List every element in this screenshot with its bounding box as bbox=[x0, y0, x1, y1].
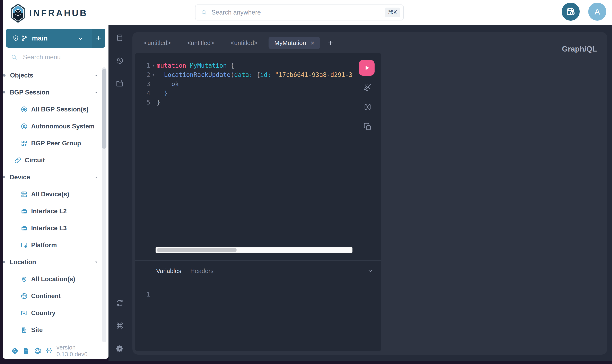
sidebar-item-label: Site bbox=[31, 326, 43, 334]
docs-icon bbox=[115, 34, 124, 42]
circuit-icon bbox=[14, 157, 22, 164]
branch-selector[interactable]: main + bbox=[6, 29, 105, 48]
editor-horizontal-scrollbar-thumb[interactable] bbox=[157, 248, 237, 252]
sidebar-item-bgp-peer-group[interactable]: BGP Peer Group bbox=[3, 135, 109, 152]
sidebar-item-autonomous-system[interactable]: Autonomous System bbox=[3, 118, 109, 135]
app-root: INFRAHUB main + Search menu ObjectsBGP S… bbox=[0, 0, 612, 364]
settings-button[interactable] bbox=[114, 343, 125, 354]
add-tab-button[interactable]: + bbox=[328, 39, 333, 47]
sidebar-item-all-bgp-session-s[interactable]: All BGP Session(s) bbox=[3, 101, 109, 118]
code-text: LocationRackUpdate(data: {id: "17cb6641-… bbox=[157, 70, 353, 79]
braces-icon[interactable] bbox=[45, 347, 53, 355]
sidebar-item-interface-l3[interactable]: Interface L3 bbox=[3, 220, 109, 237]
sidebar-item-label: BGP Session bbox=[10, 89, 49, 96]
sidebar-item-platform[interactable]: Platform bbox=[3, 237, 109, 254]
sidebar-item-device[interactable]: Device bbox=[3, 169, 109, 186]
sidebar-item-label: Continent bbox=[31, 292, 61, 300]
code-text: ok bbox=[157, 79, 179, 89]
branch-name: main bbox=[32, 34, 48, 42]
sidebar-item-all-location-s[interactable]: All Location(s) bbox=[3, 271, 109, 287]
sidebar-item-site[interactable]: Site bbox=[3, 322, 109, 338]
menu-search-input[interactable]: Search menu bbox=[3, 48, 109, 67]
sidebar-item-country[interactable]: Country bbox=[3, 304, 109, 322]
gear-icon bbox=[115, 344, 124, 353]
merge-icon bbox=[363, 102, 372, 112]
folder-plus-icon bbox=[115, 79, 124, 88]
calendar-button[interactable] bbox=[562, 3, 580, 21]
prettify-icon bbox=[363, 83, 372, 92]
graphiql-panel: <untitled><untitled><untitled>MyMutation… bbox=[132, 32, 607, 355]
docs-button[interactable] bbox=[114, 32, 125, 44]
variables-line-number: 1 bbox=[135, 291, 150, 298]
code-text: } bbox=[157, 89, 168, 98]
menu-search-placeholder: Search menu bbox=[23, 53, 61, 61]
sidebar-item-label: Platform bbox=[31, 242, 57, 249]
avatar-initial: A bbox=[595, 7, 600, 16]
add-branch-button[interactable]: + bbox=[92, 29, 105, 48]
code-line: 3 ok bbox=[135, 79, 356, 89]
interface-icon bbox=[20, 224, 28, 232]
code-text: } bbox=[157, 98, 160, 107]
graphiql-logo: GraphiQL bbox=[562, 45, 597, 53]
sidebar-item-all-device-s[interactable]: All Device(s) bbox=[3, 186, 109, 203]
sidebar-item-circuit[interactable]: Circuit bbox=[3, 152, 109, 169]
search-icon bbox=[11, 54, 18, 61]
shield-icon bbox=[12, 35, 19, 42]
bullet-icon bbox=[3, 176, 5, 178]
sidebar-item-bgp-session[interactable]: BGP Session bbox=[3, 84, 109, 101]
editor-horizontal-scrollbar[interactable] bbox=[156, 247, 353, 253]
device-icon bbox=[20, 191, 28, 198]
graphql-icon[interactable] bbox=[34, 347, 42, 355]
avatar[interactable]: A bbox=[588, 3, 606, 21]
sidebar-item-label: Interface L3 bbox=[31, 224, 67, 232]
collections-button[interactable] bbox=[114, 78, 125, 89]
sidebar-item-continent[interactable]: Continent bbox=[3, 287, 109, 304]
fold-caret-icon[interactable]: ▾ bbox=[150, 61, 157, 70]
calendar-clock-icon bbox=[566, 7, 576, 17]
fold-gutter bbox=[150, 89, 157, 98]
sidebar: INFRAHUB main + Search menu ObjectsBGP S… bbox=[3, 0, 109, 359]
merge-fragments-button[interactable] bbox=[362, 101, 373, 113]
history-button[interactable] bbox=[114, 55, 125, 66]
tab-variables[interactable]: Variables bbox=[156, 267, 181, 274]
global-search-placeholder: Search anywhere bbox=[211, 9, 381, 16]
refetch-schema-button[interactable] bbox=[114, 297, 125, 309]
sidebar-item-label: Objects bbox=[10, 72, 33, 79]
sidebar-item-location[interactable]: Location bbox=[3, 254, 109, 271]
infrahub-logo-icon bbox=[11, 3, 25, 23]
close-tab-icon[interactable]: × bbox=[311, 40, 314, 46]
tab-headers[interactable]: Headers bbox=[190, 267, 214, 274]
autonomous-system-icon bbox=[20, 123, 28, 130]
sidebar-menu: ObjectsBGP SessionAll BGP Session(s)Auto… bbox=[3, 67, 109, 343]
document-icon[interactable] bbox=[22, 347, 30, 355]
app-title: INFRAHUB bbox=[29, 8, 88, 18]
tab-untitled[interactable]: <untitled> bbox=[222, 37, 266, 49]
code-text: mutation MyMutation { bbox=[157, 61, 234, 70]
bullet-icon bbox=[3, 74, 6, 77]
play-icon bbox=[363, 64, 371, 72]
shortcut-badge: ⌘K bbox=[385, 8, 400, 17]
prettify-button[interactable] bbox=[362, 82, 373, 93]
caret-down-icon bbox=[94, 175, 99, 180]
menu-scrollbar-thumb[interactable] bbox=[102, 69, 107, 149]
sidebar-item-objects[interactable]: Objects bbox=[3, 67, 109, 84]
execute-button[interactable] bbox=[359, 60, 375, 76]
copy-query-button[interactable] bbox=[362, 121, 373, 132]
sidebar-item-interface-l2[interactable]: Interface L2 bbox=[3, 203, 109, 220]
variables-panel: Variables Headers 1 bbox=[135, 260, 381, 351]
tab-mymutation[interactable]: MyMutation× bbox=[269, 37, 320, 49]
query-editor[interactable]: 1▾mutation MyMutation {2▾ LocationRackUp… bbox=[135, 53, 381, 260]
global-search-input[interactable]: Search anywhere ⌘K bbox=[195, 4, 404, 20]
interface-icon bbox=[20, 208, 28, 215]
fold-caret-icon[interactable]: ▾ bbox=[150, 70, 157, 79]
collapse-variables-button[interactable] bbox=[367, 267, 374, 274]
shortcuts-button[interactable] bbox=[114, 320, 125, 331]
line-number: 2 bbox=[135, 70, 150, 79]
menu-scrollbar[interactable] bbox=[102, 67, 107, 342]
chevron-down-icon bbox=[367, 267, 374, 274]
git-icon[interactable] bbox=[11, 347, 19, 355]
platform-icon bbox=[20, 242, 28, 249]
tab-untitled[interactable]: <untitled> bbox=[136, 37, 179, 49]
tab-untitled[interactable]: <untitled> bbox=[179, 37, 222, 49]
bullet-icon bbox=[3, 261, 5, 263]
